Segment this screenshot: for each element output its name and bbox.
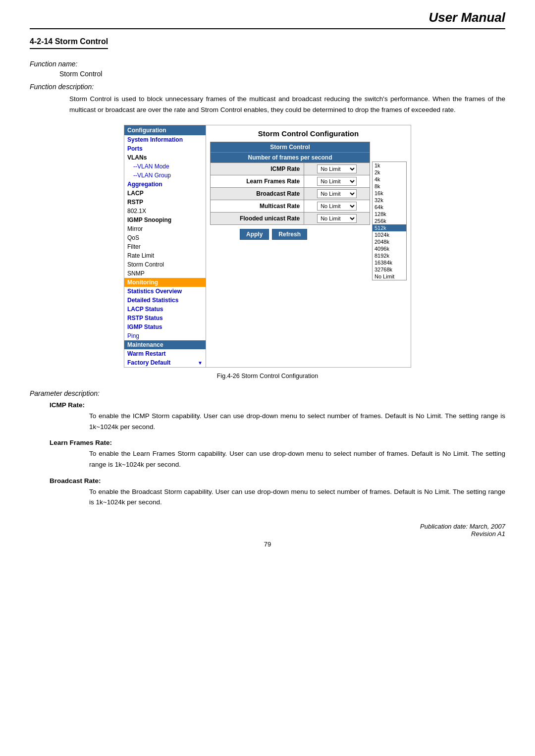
fig-caption: Fig.4-26 Storm Control Configuration	[30, 373, 505, 379]
sidebar-item-system-information[interactable]: System Information	[124, 135, 206, 144]
function-name-label: Function name:	[30, 60, 505, 68]
table-header-row2: Number of frames per second	[211, 153, 370, 163]
sidebar-item-vlan-group[interactable]: --VLAN Group	[124, 171, 206, 180]
storm-control-table: Storm Control Number of frames per secon…	[210, 142, 370, 225]
icmp-rate-label: ICMP Rate	[211, 163, 304, 175]
dropdown-option-32768k[interactable]: 32768k	[373, 266, 406, 273]
icmp-rate-select[interactable]: No Limit	[317, 164, 357, 173]
param-icmp-title: ICMP Rate:	[50, 401, 505, 409]
sidebar-item-igmp-status[interactable]: IGMP Status	[124, 323, 206, 331]
table-row-multicast: Multicast Rate No Limit	[211, 200, 370, 213]
dropdown-option-32k[interactable]: 32k	[373, 197, 406, 204]
sidebar-item-detailed-statistics[interactable]: Detailed Statistics	[124, 296, 206, 305]
dropdown-option-512k[interactable]: 512k	[373, 224, 406, 231]
dropdown-open-panel[interactable]: 1k 2k 4k 8k 16k 32k 64k 128k 256k 512k 1…	[372, 162, 407, 280]
icmp-rate-value[interactable]: No Limit	[304, 163, 370, 175]
sidebar-item-ports[interactable]: Ports	[124, 144, 206, 153]
broadcast-rate-label: Broadcast Rate	[211, 188, 304, 200]
broadcast-rate-select[interactable]: No Limit	[317, 189, 357, 198]
main-config-area: Storm Control Configuration Storm Contro…	[206, 125, 411, 367]
param-learn-frames-desc: To enable the Learn Frames Storm capabil…	[89, 448, 505, 470]
learn-frames-rate-value[interactable]: No Limit	[304, 175, 370, 188]
function-name-value: Storm Control	[59, 70, 505, 78]
table-row-learn-frames: Learn Frames Rate No Limit	[211, 175, 370, 188]
apply-button[interactable]: Apply	[240, 229, 269, 240]
sidebar-item-rstp[interactable]: RSTP	[124, 198, 206, 207]
sidebar-item-qos[interactable]: QoS	[124, 233, 206, 242]
revision: Revision A1	[30, 530, 505, 538]
flooded-unicast-rate-value[interactable]: No Limit	[304, 213, 370, 225]
dropdown-option-128k[interactable]: 128k	[373, 211, 406, 217]
param-broadcast-desc: To enable the Broadcast Storm capability…	[89, 486, 505, 508]
param-learn-frames: Learn Frames Rate: To enable the Learn F…	[50, 439, 505, 470]
function-description: Storm Control is used to block unnecessa…	[69, 94, 505, 115]
dropdown-option-4096k[interactable]: 4096k	[373, 245, 406, 252]
sidebar-scroll-indicator: ▼	[198, 360, 203, 366]
section-title: 4-2-14 Storm Control	[30, 37, 108, 49]
sidebar-item-filter[interactable]: Filter	[124, 242, 206, 251]
dropdown-option-16384k[interactable]: 16384k	[373, 259, 406, 266]
flooded-unicast-rate-select[interactable]: No Limit	[317, 214, 357, 223]
sidebar-item-vlan-mode[interactable]: --VLAN Mode	[124, 162, 206, 171]
config-title: Storm Control Configuration	[210, 129, 407, 138]
dropdown-option-8192k[interactable]: 8192k	[373, 252, 406, 259]
multicast-rate-label: Multicast Rate	[211, 200, 304, 213]
sidebar-item-maintenance[interactable]: Maintenance	[124, 340, 206, 349]
dropdown-option-256k[interactable]: 256k	[373, 217, 406, 224]
param-icmp: ICMP Rate: To enable the ICMP Storm capa…	[50, 401, 505, 432]
sidebar-header: Configuration	[124, 125, 206, 135]
refresh-button[interactable]: Refresh	[272, 229, 307, 240]
dropdown-option-64k[interactable]: 64k	[373, 204, 406, 211]
sidebar-item-8021x[interactable]: 802.1X	[124, 207, 206, 216]
pub-date: Publication date: March, 2007	[30, 523, 505, 530]
sidebar-item-lacp[interactable]: LACP	[124, 189, 206, 198]
dropdown-option-2k[interactable]: 2k	[373, 169, 406, 176]
page-header: User Manual	[30, 10, 505, 29]
sidebar-item-vlans[interactable]: VLANs	[124, 153, 206, 162]
sidebar-item-lacp-status[interactable]: LACP Status	[124, 305, 206, 314]
broadcast-rate-value[interactable]: No Limit	[304, 188, 370, 200]
sidebar-item-statistics-overview[interactable]: Statistics Overview	[124, 287, 206, 296]
sidebar-item-aggregation[interactable]: Aggregation	[124, 180, 206, 189]
sidebar-item-snmp[interactable]: SNMP	[124, 269, 206, 278]
table-header-row1: Storm Control	[211, 142, 370, 153]
dropdown-option-8k[interactable]: 8k	[373, 183, 406, 190]
function-desc-label: Function description:	[30, 83, 505, 91]
multicast-rate-select[interactable]: No Limit	[317, 202, 357, 211]
sidebar-item-warm-restart[interactable]: Warm Restart	[124, 349, 206, 358]
button-row: Apply Refresh	[210, 229, 370, 240]
sidebar: Configuration System Information Ports V…	[124, 125, 206, 367]
footer: Publication date: March, 2007 Revision A…	[30, 523, 505, 538]
param-learn-frames-title: Learn Frames Rate:	[50, 439, 505, 446]
sidebar-item-mirror[interactable]: Mirror	[124, 224, 206, 233]
ui-widget: Configuration System Information Ports V…	[124, 125, 411, 368]
dropdown-option-no-limit[interactable]: No Limit	[373, 273, 406, 280]
param-broadcast: Broadcast Rate: To enable the Broadcast …	[50, 477, 505, 508]
sidebar-item-rstp-status[interactable]: RSTP Status	[124, 314, 206, 323]
multicast-rate-value[interactable]: No Limit	[304, 200, 370, 213]
sidebar-item-monitoring[interactable]: Monitoring	[124, 278, 206, 287]
dropdown-option-2048k[interactable]: 2048k	[373, 238, 406, 245]
param-icmp-desc: To enable the ICMP Storm capability. Use…	[89, 411, 505, 432]
page-number: 79	[30, 540, 505, 548]
param-broadcast-title: Broadcast Rate:	[50, 477, 505, 485]
flooded-unicast-rate-label: Flooded unicast Rate	[211, 213, 304, 225]
table-row-icmp: ICMP Rate No Limit	[211, 163, 370, 175]
learn-frames-rate-label: Learn Frames Rate	[211, 175, 304, 188]
table-row-flooded-unicast: Flooded unicast Rate No Limit	[211, 213, 370, 225]
manual-title: User Manual	[428, 10, 505, 25]
dropdown-option-4k[interactable]: 4k	[373, 176, 406, 183]
learn-frames-rate-select[interactable]: No Limit	[317, 177, 357, 186]
sidebar-item-igmp-snooping[interactable]: IGMP Snooping	[124, 216, 206, 224]
dropdown-option-1k[interactable]: 1k	[373, 162, 406, 169]
sidebar-item-ping[interactable]: Ping	[124, 331, 206, 340]
sidebar-item-storm-control[interactable]: Storm Control	[124, 260, 206, 269]
param-desc-label: Parameter description:	[30, 389, 505, 397]
dropdown-option-16k[interactable]: 16k	[373, 190, 406, 197]
sidebar-item-rate-limit[interactable]: Rate Limit	[124, 251, 206, 260]
sidebar-item-factory-default[interactable]: Factory Default ▼	[124, 358, 206, 367]
table-row-broadcast: Broadcast Rate No Limit	[211, 188, 370, 200]
dropdown-option-1024k[interactable]: 1024k	[373, 231, 406, 238]
